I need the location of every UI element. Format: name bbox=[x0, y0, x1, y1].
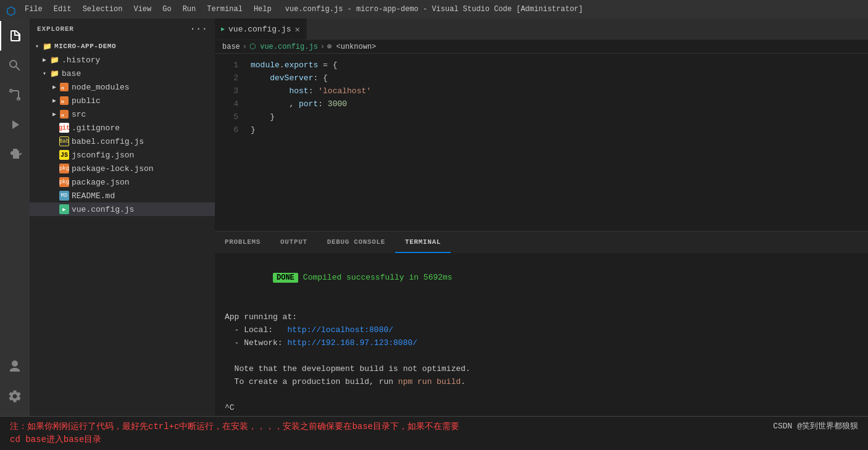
code-line-1: module.exports = { bbox=[251, 59, 868, 72]
menu-terminal[interactable]: Terminal bbox=[202, 4, 248, 15]
activity-explorer[interactable] bbox=[0, 21, 30, 51]
activity-run-debug[interactable] bbox=[0, 110, 30, 140]
project-name: MICRO-APP-DEMO bbox=[54, 43, 116, 50]
terminal-note1: Note that the development build is not o… bbox=[225, 362, 858, 375]
node-modules-chevron: ▶ bbox=[49, 82, 59, 92]
tree-project-root[interactable]: ▾ 📁 MICRO-APP-DEMO bbox=[30, 40, 215, 53]
history-label: .history bbox=[62, 56, 100, 65]
window-title: vue.config.js - micro-app-demo - Visual … bbox=[285, 5, 583, 14]
editor-area: ▶ vue.config.js ✕ base › ⬡ vue.config.js… bbox=[215, 19, 868, 416]
node-modules-label: node_modules bbox=[72, 83, 130, 92]
folder-icon: 📁 bbox=[42, 41, 52, 51]
tree-item-jsconfig[interactable]: ▶ JS jsconfig.json bbox=[30, 148, 215, 162]
source-control-icon bbox=[7, 88, 22, 102]
network-url[interactable]: http://192.168.97.123:8080/ bbox=[287, 338, 417, 348]
tree-item-public[interactable]: ▶ n public bbox=[30, 94, 215, 107]
tree-item-babel[interactable]: ▶ Bab babel.config.js bbox=[30, 135, 215, 148]
tree-item-node-modules[interactable]: ▶ n node_modules bbox=[30, 80, 215, 94]
tab-problems[interactable]: PROBLEMS bbox=[215, 231, 270, 253]
tab-output[interactable]: OUTPUT bbox=[270, 231, 317, 253]
code-editor[interactable]: 1 2 3 4 5 6 module.exports = { devServer… bbox=[215, 54, 868, 231]
code-line-5: } bbox=[251, 110, 868, 123]
files-icon bbox=[8, 28, 23, 43]
base-chevron-icon: ▾ bbox=[40, 69, 49, 78]
code-line-2: devServer: { bbox=[251, 72, 868, 85]
tree-item-history[interactable]: ▶ 📁 .history bbox=[30, 53, 215, 67]
terminal-local: - Local: http://localhost:8080/ bbox=[225, 323, 858, 336]
menu-view[interactable]: View bbox=[128, 4, 156, 15]
vscode-icon: ⬡ bbox=[6, 4, 16, 14]
jsconfig-label: jsconfig.json bbox=[72, 151, 134, 160]
local-url[interactable]: http://localhost:8080/ bbox=[287, 325, 393, 335]
code-line-6: } bbox=[251, 123, 868, 136]
terminal-app-running: App running at: bbox=[225, 310, 858, 323]
menu-edit[interactable]: Edit bbox=[49, 4, 77, 15]
terminal-blank3 bbox=[225, 388, 858, 401]
tree-item-package-lock[interactable]: ▶ pkg package-lock.json bbox=[30, 162, 215, 175]
breadcrumb-file[interactable]: ⬡ vue.config.js bbox=[249, 42, 318, 51]
menu-help[interactable]: Help bbox=[249, 4, 277, 15]
panel-area: PROBLEMS OUTPUT DEBUG CONSOLE TERMINAL D… bbox=[215, 231, 868, 416]
done-badge: DONE bbox=[273, 273, 298, 283]
tree-item-readme[interactable]: ▶ MD README.md bbox=[30, 189, 215, 202]
activity-search[interactable] bbox=[0, 51, 30, 80]
chevron-down-icon: ▾ bbox=[32, 41, 42, 51]
menu-selection[interactable]: Selection bbox=[78, 4, 128, 15]
panel-tabs: PROBLEMS OUTPUT DEBUG CONSOLE TERMINAL bbox=[215, 231, 868, 253]
base-folder-icon: 📁 bbox=[49, 69, 59, 78]
terminal-note2: To create a production build, run npm ru… bbox=[225, 375, 858, 388]
titlebar: ⬡ File Edit Selection View Go Run Termin… bbox=[0, 0, 868, 19]
activity-bar bbox=[0, 19, 30, 416]
public-label: public bbox=[72, 96, 101, 106]
tree-item-src[interactable]: ▶ n src bbox=[30, 107, 215, 121]
menu-run[interactable]: Run bbox=[178, 4, 201, 15]
titlebar-left: ⬡ File Edit Selection View Go Run Termin… bbox=[6, 4, 277, 15]
activity-source-control[interactable] bbox=[0, 80, 30, 110]
jsconfig-icon: JS bbox=[59, 150, 69, 160]
tab-close-button[interactable]: ✕ bbox=[294, 24, 299, 35]
node-modules-icon: n bbox=[59, 82, 69, 92]
account-icon bbox=[7, 359, 22, 374]
breadcrumb-base[interactable]: base bbox=[222, 43, 240, 51]
tab-vueconfig[interactable]: ▶ vue.config.js ✕ bbox=[215, 19, 307, 40]
base-label: base bbox=[62, 69, 81, 78]
package-lock-icon: pkg bbox=[59, 164, 69, 173]
breadcrumb-symbol[interactable]: ⊙ <unknown> bbox=[327, 42, 376, 51]
activity-settings[interactable] bbox=[0, 381, 30, 411]
activity-extensions[interactable] bbox=[0, 140, 30, 169]
menu-go[interactable]: Go bbox=[157, 4, 176, 15]
package-label: package.json bbox=[72, 178, 130, 187]
menu-file[interactable]: File bbox=[20, 4, 48, 15]
babel-label: babel.config.js bbox=[72, 137, 144, 146]
search-icon bbox=[7, 58, 22, 73]
tree-item-gitignore[interactable]: ▶ git .gitignore bbox=[30, 121, 215, 135]
sidebar-actions: ··· bbox=[190, 23, 207, 35]
tab-icon: ▶ bbox=[221, 25, 225, 33]
tab-debug-console[interactable]: DEBUG CONSOLE bbox=[317, 231, 395, 253]
gitignore-icon: git bbox=[59, 123, 69, 133]
tab-bar: ▶ vue.config.js ✕ bbox=[215, 19, 868, 40]
compile-msg: Compiled successfully in 5692ms bbox=[303, 273, 453, 282]
tab-terminal[interactable]: TERMINAL bbox=[395, 231, 451, 253]
svg-text:n: n bbox=[61, 112, 64, 118]
terminal-content[interactable]: DONECompiled successfully in 5692ms App … bbox=[215, 253, 868, 416]
tree-item-vueconfig[interactable]: ▶ ▶ vue.config.js bbox=[30, 202, 215, 216]
readme-label: README.md bbox=[72, 191, 115, 201]
breadcrumb-sep2: › bbox=[320, 43, 325, 51]
code-content[interactable]: module.exports = { devServer: { host: 'l… bbox=[246, 54, 868, 231]
terminal-compile-line: DONECompiled successfully in 5692ms bbox=[225, 258, 858, 298]
svg-text:n: n bbox=[61, 85, 64, 91]
terminal-blank1 bbox=[225, 298, 858, 310]
public-chevron: ▶ bbox=[49, 96, 59, 106]
terminal-ctrl-c: ^C bbox=[225, 401, 858, 414]
code-line-3: host: 'localhost' bbox=[251, 85, 868, 98]
babel-icon: Bab bbox=[59, 136, 69, 146]
npm-run-build: npm run build bbox=[398, 377, 461, 386]
sidebar: EXPLORER ··· ▾ 📁 MICRO-APP-DEMO ▶ 📁 .his… bbox=[30, 19, 215, 416]
src-label: src bbox=[72, 110, 86, 119]
annotation-text: 注：如果你刚刚运行了代码，最好先ctrl+c中断运行，在安装，，，，安装之前确保… bbox=[10, 422, 459, 444]
tree-item-base[interactable]: ▾ 📁 base bbox=[30, 67, 215, 80]
tree-item-package[interactable]: ▶ pkg package.json bbox=[30, 175, 215, 189]
activity-account[interactable] bbox=[0, 352, 30, 381]
terminal-network: - Network: http://192.168.97.123:8080/ bbox=[225, 336, 858, 349]
